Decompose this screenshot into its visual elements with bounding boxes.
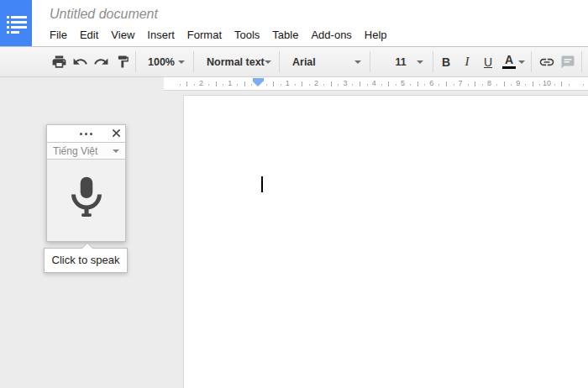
menu-tools[interactable]: Tools	[234, 29, 260, 41]
ruler-number: 1	[228, 79, 232, 87]
redo-icon	[93, 54, 109, 70]
ruler-number: 5	[401, 79, 405, 87]
ruler-tick	[410, 84, 411, 86]
more-options-icon	[80, 133, 82, 135]
ruler-tick	[482, 84, 483, 86]
ruler-tick	[511, 84, 512, 86]
close-button[interactable]	[110, 128, 122, 139]
ruler-tick	[208, 84, 209, 86]
toolbar-separator	[433, 51, 433, 72]
chevron-down-icon	[265, 60, 271, 64]
voice-typing-panel: Tiếng Việt	[46, 124, 126, 242]
chevron-down-icon	[178, 60, 185, 64]
toolbar-separator	[531, 51, 532, 72]
chevron-down-icon	[417, 60, 423, 64]
toolbar-separator	[135, 51, 136, 72]
toolbar-separator	[581, 51, 582, 72]
ruler-tick	[273, 81, 274, 87]
menu-format[interactable]: Format	[187, 29, 222, 41]
font-family-select[interactable]: Arial	[287, 50, 366, 73]
document-page[interactable]	[183, 95, 588, 388]
ruler-number: 8	[487, 79, 491, 87]
paragraph-style-select[interactable]: Normal text	[202, 50, 276, 73]
menu-insert[interactable]: Insert	[147, 29, 175, 41]
comment-icon	[560, 55, 575, 70]
text-color-swatch	[502, 66, 516, 69]
ruler-tick	[302, 81, 302, 87]
text-cursor	[261, 176, 263, 192]
ruler-tick	[216, 81, 217, 87]
ruler-tick	[496, 84, 497, 86]
ruler-number: 9	[516, 79, 520, 87]
ruler-row: 2112345678910	[0, 77, 588, 91]
indent-marker[interactable]	[253, 78, 264, 87]
menu-addons[interactable]: Add-ons	[311, 29, 351, 41]
language-select[interactable]: Tiếng Việt	[47, 142, 125, 160]
ruler-number: 2	[199, 79, 203, 87]
ruler-number: 6	[429, 79, 433, 87]
ruler-tick	[194, 84, 195, 86]
toolbar: 100% Normal text Arial 11 B I U A	[0, 46, 588, 77]
ruler-tick	[309, 84, 310, 86]
docs-logo[interactable]	[0, 0, 32, 46]
microphone-button[interactable]	[47, 160, 125, 241]
menu-file[interactable]: File	[50, 29, 67, 41]
menu-edit[interactable]: Edit	[80, 29, 98, 41]
ruler-tick	[554, 84, 555, 86]
ruler-tick	[295, 84, 296, 86]
ruler-number: 10	[543, 79, 551, 87]
ruler-tick	[454, 84, 454, 86]
ruler-tick	[504, 81, 505, 87]
ruler-number: 3	[343, 79, 347, 87]
ruler-tick	[438, 84, 439, 86]
ruler-tick	[360, 81, 360, 87]
menu-help[interactable]: Help	[365, 29, 387, 41]
ruler: 2112345678910	[164, 77, 588, 91]
ruler-tick	[281, 84, 281, 86]
ruler-number: 4	[372, 79, 376, 87]
docs-logo-icon	[7, 16, 27, 36]
click-to-speak-tooltip: Click to speak	[44, 248, 128, 273]
font-size-select[interactable]: 11	[380, 50, 428, 73]
chevron-down-icon	[354, 60, 361, 64]
ruler-tick	[583, 84, 584, 86]
ruler-tick	[561, 81, 562, 87]
ruler-tick	[186, 81, 187, 87]
insert-comment-button[interactable]	[557, 50, 579, 73]
toolbar-separator	[370, 51, 370, 72]
ruler-tick	[367, 84, 368, 86]
ruler-number: 1	[286, 79, 290, 87]
ruler-tick	[533, 81, 533, 87]
ruler-tick	[417, 81, 418, 87]
undo-button[interactable]	[69, 50, 91, 73]
close-icon	[112, 126, 121, 141]
ruler-tick	[424, 84, 425, 86]
ruler-tick	[396, 84, 396, 86]
paint-format-icon	[116, 55, 130, 69]
zoom-select[interactable]: 100%	[143, 50, 190, 73]
more-options-button[interactable]	[76, 129, 96, 139]
ruler-number: 7	[459, 79, 463, 87]
bold-button[interactable]: B	[436, 50, 456, 73]
ruler-tick	[323, 84, 324, 86]
paint-format-button[interactable]	[112, 50, 134, 73]
text-color-button[interactable]: A	[499, 50, 529, 73]
toolbar-separator	[279, 51, 280, 72]
link-icon	[538, 54, 555, 71]
chevron-down-icon	[518, 60, 525, 64]
left-indent-marker[interactable]	[253, 81, 263, 87]
ruler-tick	[244, 81, 245, 87]
italic-button[interactable]: I	[457, 50, 477, 73]
document-title[interactable]: Untitled document	[50, 7, 158, 22]
menu-table[interactable]: Table	[272, 29, 298, 41]
ruler-number: 2	[314, 79, 318, 87]
ruler-tick	[237, 84, 238, 86]
print-button[interactable]	[48, 50, 70, 73]
menu-bar: File Edit View Insert Format Tools Table…	[50, 29, 387, 41]
underline-button[interactable]: U	[478, 50, 498, 73]
insert-link-button[interactable]	[536, 50, 558, 73]
ruler-tick	[446, 81, 447, 87]
menu-view[interactable]: View	[111, 29, 134, 41]
redo-button[interactable]	[90, 50, 112, 73]
ruler-tick	[180, 84, 181, 86]
